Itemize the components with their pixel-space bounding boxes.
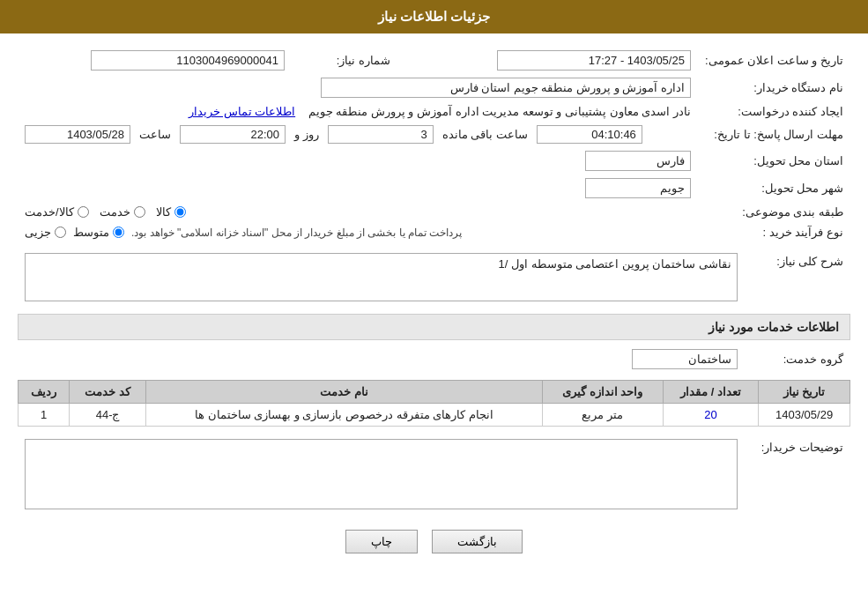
service-group-table: گروه خدمت: ساختمان: [18, 345, 850, 373]
process-label: نوع فرآیند خرید :: [698, 222, 850, 242]
row-province: استان محل تحویل: فارس: [18, 147, 850, 175]
cell-qty: 20: [663, 404, 759, 427]
services-table-header: تاریخ نیاز تعداد / مقدار واحد اندازه گیر…: [19, 381, 850, 404]
row-buyer-org: نام دستگاه خریدار: اداره آموزش و پرورش م…: [18, 74, 850, 101]
row-need-number: تاریخ و ساعت اعلان عمومی: 1403/05/25 - 1…: [18, 47, 850, 74]
process-radio1-label: جزیی: [25, 226, 51, 239]
remain-label: ساعت باقی مانده: [439, 128, 531, 141]
cell-date: 1403/05/29: [759, 404, 850, 427]
province-value: فارس: [585, 151, 691, 171]
back-button[interactable]: بازگشت: [432, 530, 523, 553]
need-number-label: شماره نیاز:: [292, 47, 397, 74]
announce-date-value: 1403/05/25 - 17:27: [497, 50, 691, 71]
announce-date-label: تاریخ و ساعت اعلان عمومی:: [698, 47, 850, 74]
col-header-date: تاریخ نیاز: [759, 381, 850, 404]
row-service-group: گروه خدمت: ساختمان: [18, 345, 850, 373]
cell-unit: متر مربع: [542, 404, 663, 427]
page-wrapper: جزئیات اطلاعات نیاز تاریخ و ساعت اعلان ع…: [0, 0, 868, 609]
category-radio1-input[interactable]: [174, 206, 186, 218]
process-radio-motavasset[interactable]: متوسط: [73, 226, 124, 239]
creator-value: نادر اسدی معاون پشتیبانی و توسعه مدیریت …: [308, 105, 691, 118]
deadline-time: 22:00: [180, 125, 286, 144]
city-value: جویم: [585, 178, 691, 198]
buyer-desc-input[interactable]: [25, 439, 738, 509]
row-deadline: مهلت ارسال پاسخ: تا تاریخ: 1403/05/28 سا…: [18, 122, 850, 147]
buyer-org-label: نام دستگاه خریدار:: [698, 74, 850, 101]
city-label: شهر محل تحویل:: [698, 175, 850, 202]
category-radio2-label: خدمت: [100, 205, 130, 219]
col-header-row: ردیف: [19, 381, 70, 404]
process-radio2-label: متوسط: [73, 226, 109, 239]
description-label: شرح کلی نیاز:: [745, 249, 850, 305]
button-row: بازگشت چاپ: [18, 530, 850, 553]
info-table: تاریخ و ساعت اعلان عمومی: 1403/05/25 - 1…: [18, 47, 850, 242]
category-radio3-input[interactable]: [78, 206, 89, 218]
row-buyer-desc: توضیحات خریدار:: [18, 435, 850, 516]
category-radio2-input[interactable]: [134, 206, 145, 218]
row-creator: ایجاد کننده درخواست: نادر اسدی معاون پشت…: [18, 101, 850, 122]
page-header: جزئیات اطلاعات نیاز: [0, 0, 868, 33]
print-button[interactable]: چاپ: [345, 530, 418, 553]
process-note: پرداخت تمام یا بخشی از مبلغ خریدار از مح…: [131, 227, 462, 239]
row-category: طبقه بندی موضوعی: کالا/خدمت خدمت کالا: [18, 202, 850, 222]
deadline-days: 3: [328, 125, 434, 144]
category-radio-kala-khedmat[interactable]: کالا/خدمت: [25, 205, 89, 219]
col-header-unit: واحد اندازه گیری: [542, 381, 663, 404]
cell-row: 1: [19, 404, 70, 427]
send-date-label: مهلت ارسال پاسخ: تا تاریخ:: [698, 122, 850, 147]
row-description: شرح کلی نیاز: نقاشی ساختمان پروین اعتصام…: [18, 249, 850, 305]
col-header-qty: تعداد / مقدار: [663, 381, 759, 404]
buyer-desc-table: توضیحات خریدار:: [18, 435, 850, 516]
services-data-table: تاریخ نیاز تعداد / مقدار واحد اندازه گیر…: [18, 380, 850, 427]
creator-label: ایجاد کننده درخواست:: [698, 101, 850, 122]
cell-name: انجام کارهای متفرقه درخصوص بازسازی و بهس…: [145, 404, 542, 427]
process-radio1-input[interactable]: [55, 227, 66, 238]
description-value: نقاشی ساختمان پروین اعتصامی متوسطه اول /…: [25, 253, 738, 301]
main-content: تاریخ و ساعت اعلان عمومی: 1403/05/25 - 1…: [0, 33, 868, 581]
buyer-org-value: اداره آموزش و پرورش منطقه جویم استان فار…: [321, 78, 691, 98]
deadline-remain: 04:10:46: [537, 125, 642, 144]
row-city: شهر محل تحویل: جویم: [18, 175, 850, 202]
description-table: شرح کلی نیاز: نقاشی ساختمان پروین اعتصام…: [18, 249, 850, 305]
creator-link[interactable]: اطلاعات تماس خریدار: [189, 105, 295, 118]
table-row: 1403/05/29 20 متر مربع انجام کارهای متفر…: [19, 404, 850, 427]
service-group-label: گروه خدمت:: [745, 345, 850, 373]
services-section-title: اطلاعات خدمات مورد نیاز: [18, 314, 850, 340]
days-label: روز و: [291, 128, 323, 141]
process-radio-jozi[interactable]: جزیی: [25, 226, 66, 239]
buyer-desc-label: توضیحات خریدار:: [745, 435, 850, 516]
category-label: طبقه بندی موضوعی:: [698, 202, 850, 222]
col-header-name: نام خدمت: [145, 381, 542, 404]
time-label: ساعت: [136, 128, 174, 141]
col-header-code: کد خدمت: [70, 381, 146, 404]
deadline-date: 1403/05/28: [25, 125, 130, 144]
process-radio2-input[interactable]: [113, 227, 124, 238]
cell-code: ج-44: [70, 404, 146, 427]
category-radio3-label: کالا/خدمت: [25, 205, 74, 219]
category-radio-kala[interactable]: کالا: [156, 205, 186, 219]
category-radio-khedmat[interactable]: خدمت: [100, 205, 145, 219]
row-process: نوع فرآیند خرید : جزیی متوسط پرداخت تمام…: [18, 222, 850, 242]
service-group-value: ساختمان: [632, 349, 738, 369]
province-label: استان محل تحویل:: [698, 147, 850, 175]
page-title: جزئیات اطلاعات نیاز: [378, 9, 490, 24]
need-number-value: 1103004969000041: [91, 50, 285, 71]
category-radio1-label: کالا: [156, 205, 171, 219]
